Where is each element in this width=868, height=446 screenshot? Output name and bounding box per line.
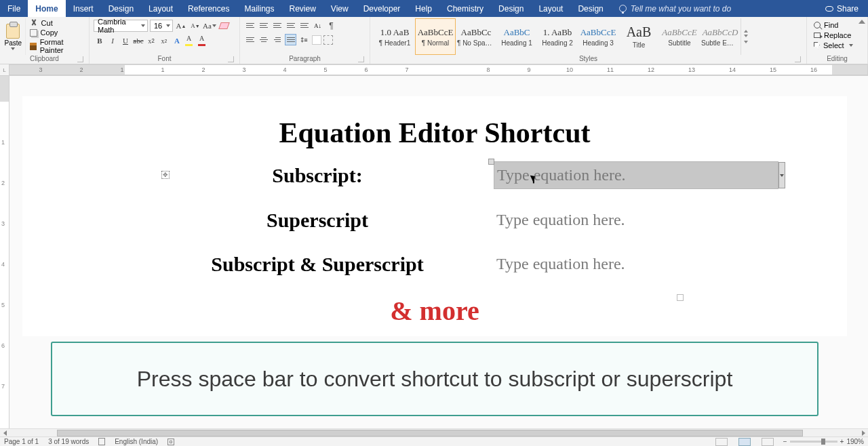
format-painter-button[interactable]: Format Painter [30, 38, 85, 54]
style-subtle-em-[interactable]: AaBbCcDSubtle Em… [700, 18, 741, 55]
italic-button[interactable]: I [106, 35, 119, 47]
grow-font-button[interactable]: A▲ [175, 20, 187, 32]
tab-review[interactable]: Review [281, 0, 323, 17]
dialog-launcher-icon[interactable] [77, 56, 83, 62]
tab-mailings[interactable]: Mailings [237, 0, 281, 17]
show-marks-button[interactable]: ¶ [326, 20, 337, 31]
macro-record-icon[interactable] [167, 439, 174, 445]
horizontal-ruler[interactable]: L 32112345678910111213141516 [0, 64, 868, 76]
zoom-out-button[interactable]: − [783, 438, 787, 445]
find-button[interactable]: Find [814, 21, 861, 29]
status-language[interactable]: English (India) [115, 438, 158, 445]
style-title[interactable]: AaBTitle [618, 18, 659, 55]
copy-button[interactable]: Copy [30, 28, 85, 37]
font-color-button[interactable] [197, 35, 209, 47]
equation-placeholder[interactable]: Type equation here. [494, 161, 778, 189]
zoom-slider[interactable]: − + 190% [783, 438, 864, 445]
dialog-launcher-icon[interactable] [358, 56, 364, 62]
horizontal-scrollbar[interactable] [0, 428, 868, 437]
collapse-ribbon-button[interactable] [859, 20, 865, 24]
increase-indent-button[interactable] [298, 20, 310, 31]
tab-file[interactable]: File [0, 0, 28, 17]
status-page[interactable]: Page 1 of 1 [4, 438, 39, 445]
font-size-combo[interactable]: 16 [150, 20, 173, 32]
justify-button[interactable] [285, 34, 296, 45]
tab-design[interactable]: Design [101, 0, 141, 17]
table-resize-handle[interactable] [677, 294, 684, 301]
web-layout-button[interactable] [762, 438, 774, 446]
tab-home[interactable]: Home [28, 0, 65, 17]
tell-me-search[interactable]: Tell me what you want to do [611, 0, 739, 17]
style--no-spac-[interactable]: AaBbCc¶ No Spac… [456, 18, 496, 55]
decrease-indent-button[interactable] [285, 20, 296, 31]
style-heading-2[interactable]: 1. AaBbHeading 2 [537, 18, 578, 55]
tab-developer[interactable]: Developer [356, 0, 408, 17]
select-button[interactable]: Select [814, 41, 861, 49]
style--normal[interactable]: AaBbCcE¶ Normal [415, 18, 456, 55]
spellcheck-icon[interactable] [98, 438, 105, 445]
style--header1[interactable]: 1.0 AaB¶ Header1 [374, 18, 415, 55]
bullets-button[interactable] [244, 20, 256, 31]
dialog-launcher-icon[interactable] [228, 56, 234, 62]
tab-selector[interactable]: L [0, 64, 9, 75]
align-left-button[interactable] [244, 34, 256, 45]
scrollbar-track[interactable] [9, 429, 859, 437]
zoom-value[interactable]: 190% [846, 438, 864, 445]
cut-button[interactable]: Cut [30, 19, 85, 27]
strikethrough-button[interactable]: abc [132, 35, 144, 47]
bold-button[interactable]: B [94, 35, 106, 47]
zoom-in-button[interactable]: + [840, 438, 844, 445]
tab-help[interactable]: Help [408, 0, 439, 17]
tab-view[interactable]: View [323, 0, 356, 17]
text-effects-button[interactable]: A [171, 35, 183, 47]
clear-formatting-button[interactable] [218, 20, 230, 32]
scroll-left-button[interactable] [0, 429, 9, 437]
dialog-launcher-icon[interactable] [795, 56, 801, 62]
line-spacing-button[interactable]: ‡≡ [298, 34, 310, 45]
share-button[interactable]: Share [816, 0, 868, 17]
table-anchor-icon[interactable]: ✥ [161, 171, 170, 179]
style-heading-1[interactable]: AaBbCHeading 1 [496, 18, 537, 55]
tab-references[interactable]: References [180, 0, 237, 17]
equation-placeholder[interactable]: Type equation here. [494, 251, 778, 277]
font-name-combo[interactable]: Cambria Math [94, 20, 148, 32]
tell-me-label: Tell me what you want to do [631, 4, 731, 14]
read-mode-button[interactable] [715, 438, 728, 446]
scrollbar-thumb[interactable] [57, 430, 803, 437]
document-viewport[interactable]: Equation Editor Shortcut ✥ Subscript:Typ… [9, 76, 868, 428]
subscript-button[interactable]: x2 [145, 35, 157, 47]
align-right-button[interactable] [271, 34, 283, 45]
tab-design[interactable]: Design [570, 0, 610, 17]
numbering-button[interactable] [258, 20, 269, 31]
group-label-clipboard: Clipboard [30, 55, 59, 62]
multilevel-list-button[interactable] [271, 20, 283, 31]
select-label: Select [823, 41, 844, 49]
style-subtitle[interactable]: AaBbCcESubtitle [659, 18, 700, 55]
scroll-right-button[interactable] [859, 429, 868, 437]
tab-insert[interactable]: Insert [66, 0, 101, 17]
styles-more-button[interactable] [741, 18, 750, 55]
shrink-font-button[interactable]: A▼ [189, 20, 201, 32]
borders-button[interactable] [323, 35, 333, 45]
status-word-count[interactable]: 3 of 19 words [48, 438, 89, 445]
tab-design[interactable]: Design [491, 0, 531, 17]
align-center-button[interactable] [258, 34, 269, 45]
tab-chemistry[interactable]: Chemistry [439, 0, 491, 17]
underline-button[interactable]: U [119, 35, 132, 47]
superscript-button[interactable]: x2 [158, 35, 170, 47]
paste-button[interactable]: Paste [4, 18, 26, 55]
shading-button[interactable] [312, 35, 321, 45]
equation-move-handle[interactable] [488, 159, 494, 165]
change-case-button[interactable]: Aa [203, 20, 216, 32]
sort-button[interactable]: A↓ [312, 20, 323, 31]
style-heading-3[interactable]: AaBbCcEHeading 3 [578, 18, 618, 55]
print-layout-button[interactable] [738, 438, 751, 446]
equation-options-button[interactable] [778, 162, 785, 188]
highlight-color-button[interactable] [184, 35, 196, 47]
replace-button[interactable]: Replace [814, 31, 861, 39]
equation-placeholder[interactable]: Type equation here. [494, 207, 778, 233]
vertical-ruler[interactable]: 1234567 [0, 76, 9, 428]
tip-text: Press space bar to convert shortcut to s… [137, 367, 733, 392]
tab-layout[interactable]: Layout [531, 0, 570, 17]
tab-layout[interactable]: Layout [141, 0, 180, 17]
